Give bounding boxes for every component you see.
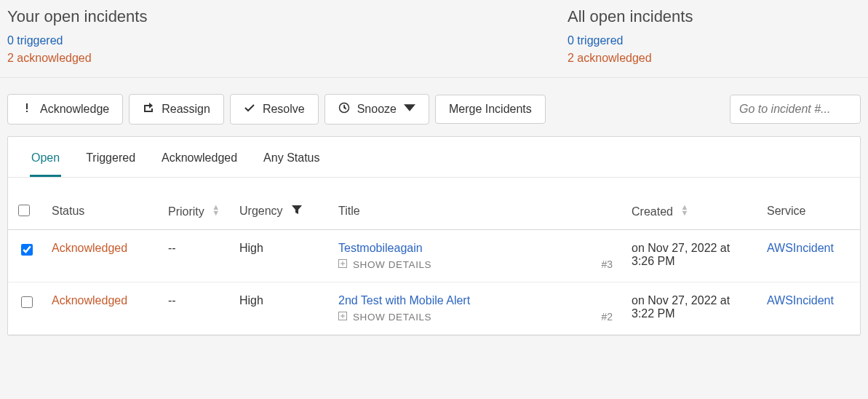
tab-any-status[interactable]: Any Status <box>262 151 321 177</box>
merge-button[interactable]: Merge Incidents <box>435 95 546 124</box>
table-header-row: Status Priority ▲▼ Urgency Title Created… <box>8 192 860 230</box>
your-acknowledged-link[interactable]: 2 acknowledged <box>7 50 568 67</box>
col-urgency-label: Urgency <box>239 205 283 217</box>
snooze-label: Snooze <box>357 103 397 116</box>
incident-title-link[interactable]: Testmobileagain <box>338 242 601 255</box>
row-checkbox[interactable] <box>21 296 33 308</box>
sort-icon: ▲▼ <box>680 204 688 216</box>
goto-incident-input[interactable] <box>730 95 861 124</box>
acknowledge-label: Acknowledge <box>40 103 109 116</box>
status-label: Acknowledged <box>52 242 127 254</box>
summary-row: Your open incidents 0 triggered 2 acknow… <box>0 0 868 78</box>
expand-icon <box>338 259 347 270</box>
clock-icon <box>338 102 350 116</box>
show-details-button[interactable]: SHOW DETAILS <box>338 312 601 323</box>
service-link[interactable]: AWSIncident <box>767 294 834 307</box>
all-triggered-link[interactable]: 0 triggered <box>568 32 861 50</box>
col-created-label: Created <box>632 205 673 218</box>
sort-icon: ▲▼ <box>212 204 220 216</box>
all-acknowledged-link[interactable]: 2 acknowledged <box>568 50 861 67</box>
your-triggered-link[interactable]: 0 triggered <box>7 32 568 50</box>
incident-number: #3 <box>601 258 617 270</box>
col-service[interactable]: Service <box>760 192 860 230</box>
status-label: Acknowledged <box>52 294 127 307</box>
incidents-table: Status Priority ▲▼ Urgency Title Created… <box>8 192 860 335</box>
incident-number: #2 <box>601 311 617 323</box>
table-row: Acknowledged -- High Testmobileagain SHO… <box>8 230 860 283</box>
resolve-button[interactable]: Resolve <box>230 94 319 125</box>
row-checkbox[interactable] <box>21 244 33 256</box>
tab-triggered[interactable]: Triggered <box>84 151 137 177</box>
table-row: Acknowledged -- High 2nd Test with Mobil… <box>8 283 860 335</box>
reassign-label: Reassign <box>162 103 210 116</box>
filter-icon[interactable] <box>292 205 302 217</box>
exclamation-icon <box>21 102 33 116</box>
merge-label: Merge Incidents <box>449 103 532 116</box>
priority-value: -- <box>168 242 176 254</box>
reassign-button[interactable]: Reassign <box>129 94 224 125</box>
snooze-button[interactable]: Snooze <box>324 94 429 125</box>
acknowledge-button[interactable]: Acknowledge <box>7 94 123 125</box>
select-all-checkbox[interactable] <box>18 205 30 216</box>
tab-open[interactable]: Open <box>30 151 61 177</box>
col-urgency[interactable]: Urgency <box>232 192 331 230</box>
show-details-button[interactable]: SHOW DETAILS <box>338 259 601 270</box>
priority-value: -- <box>168 294 176 307</box>
your-incidents-block: Your open incidents 0 triggered 2 acknow… <box>7 7 568 67</box>
all-incidents-title: All open incidents <box>568 7 861 26</box>
your-incidents-title: Your open incidents <box>7 7 568 26</box>
urgency-value: High <box>239 242 263 254</box>
show-details-label: SHOW DETAILS <box>353 259 431 270</box>
incidents-panel: Open Triggered Acknowledged Any Status S… <box>7 136 861 336</box>
status-tabs: Open Triggered Acknowledged Any Status <box>8 137 860 178</box>
chevron-down-icon <box>404 102 415 116</box>
created-value: on Nov 27, 2022 at 3:22 PM <box>632 294 730 320</box>
expand-icon <box>338 312 347 323</box>
incident-title-link[interactable]: 2nd Test with Mobile Alert <box>338 294 601 307</box>
col-created[interactable]: Created ▲▼ <box>624 192 760 230</box>
urgency-value: High <box>239 294 263 307</box>
col-status[interactable]: Status <box>44 192 161 230</box>
created-value: on Nov 27, 2022 at 3:26 PM <box>632 242 730 267</box>
col-priority-label: Priority <box>168 205 204 218</box>
check-icon <box>244 102 255 116</box>
tab-acknowledged[interactable]: Acknowledged <box>160 151 239 177</box>
show-details-label: SHOW DETAILS <box>353 312 431 323</box>
service-link[interactable]: AWSIncident <box>767 242 834 254</box>
action-toolbar: Acknowledge Reassign Resolve Snooze Merg… <box>0 78 868 136</box>
resolve-label: Resolve <box>263 103 305 116</box>
share-icon <box>143 102 154 116</box>
col-title[interactable]: Title <box>331 192 624 230</box>
all-incidents-block: All open incidents 0 triggered 2 acknowl… <box>568 7 861 67</box>
col-priority[interactable]: Priority ▲▼ <box>161 192 232 230</box>
